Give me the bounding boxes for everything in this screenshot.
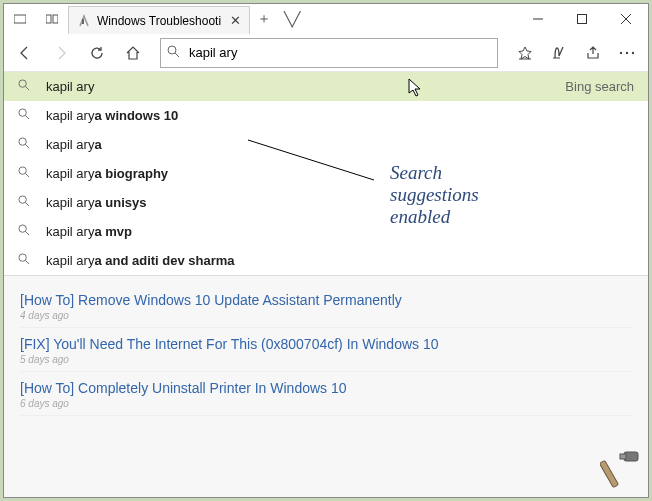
post-item[interactable]: [How To] Remove Windows 10 Update Assist… <box>20 284 632 328</box>
post-age: 4 days ago <box>20 310 632 321</box>
svg-point-14 <box>632 51 634 53</box>
search-input[interactable] <box>189 45 491 60</box>
toolbar <box>4 34 648 72</box>
suggestion-text: kapil arya biography <box>46 166 634 181</box>
suggestion-row[interactable]: kapil arya mvp <box>4 217 648 246</box>
suggestion-text: kapil arya unisys <box>46 195 634 210</box>
new-tab-button[interactable]: ＋ <box>250 10 278 28</box>
tab-strip: Windows Troubleshooti ✕ ＋ ╲╱ <box>4 4 516 34</box>
tab-chevron-icon[interactable]: ╲╱ <box>278 11 306 27</box>
suggestion-text: kapil arya <box>46 137 634 152</box>
tab-preview-icon[interactable] <box>4 4 36 34</box>
svg-line-18 <box>25 115 29 119</box>
search-icon <box>18 166 36 181</box>
bing-search-label[interactable]: Bing search <box>565 79 634 94</box>
svg-line-16 <box>25 86 29 90</box>
tab-title: Windows Troubleshooti <box>97 14 221 28</box>
watermark-hammer-icon <box>600 448 644 495</box>
post-title[interactable]: [How To] Remove Windows 10 Update Assist… <box>20 290 632 310</box>
post-item[interactable]: [How To] Completely Uninstall Printer In… <box>20 372 632 416</box>
suggestion-row[interactable]: kapil arya <box>4 130 648 159</box>
suggestion-row[interactable]: kapil ary Bing search <box>4 72 648 101</box>
svg-line-9 <box>175 53 179 57</box>
reading-list-button[interactable] <box>542 36 576 70</box>
svg-line-24 <box>25 202 29 206</box>
share-button[interactable] <box>576 36 610 70</box>
suggestion-row[interactable]: kapil arya unisys <box>4 188 648 217</box>
suggestion-text: kapil arya and aditi dev sharma <box>46 253 634 268</box>
svg-point-19 <box>19 138 26 145</box>
window-controls <box>516 4 648 34</box>
close-button[interactable] <box>604 4 648 34</box>
minimize-button[interactable] <box>516 4 560 34</box>
svg-rect-0 <box>14 15 26 23</box>
svg-line-28 <box>25 260 29 264</box>
suggestion-row[interactable]: kapil arya windows 10 <box>4 101 648 130</box>
svg-point-25 <box>19 225 26 232</box>
suggestion-text: kapil ary <box>46 79 565 94</box>
post-age: 5 days ago <box>20 354 632 365</box>
back-button[interactable] <box>8 36 42 70</box>
tabs-aside-icon[interactable] <box>36 4 68 34</box>
suggestion-row[interactable]: kapil arya and aditi dev sharma <box>4 246 648 275</box>
suggestions-panel: kapil ary Bing search kapil arya windows… <box>4 72 648 276</box>
tab-close-icon[interactable]: ✕ <box>227 13 243 28</box>
address-bar[interactable] <box>160 38 498 68</box>
browser-tab[interactable]: Windows Troubleshooti ✕ <box>68 6 250 34</box>
suggestion-row[interactable]: kapil arya biography <box>4 159 648 188</box>
svg-point-27 <box>19 254 26 261</box>
svg-line-20 <box>25 144 29 148</box>
svg-rect-2 <box>53 15 58 23</box>
maximize-button[interactable] <box>560 4 604 34</box>
svg-point-17 <box>19 109 26 116</box>
post-title[interactable]: [How To] Completely Uninstall Printer In… <box>20 378 632 398</box>
search-icon <box>167 45 183 61</box>
svg-point-13 <box>626 51 628 53</box>
post-title[interactable]: [FIX] You'll Need The Internet For This … <box>20 334 632 354</box>
post-item[interactable]: [FIX] You'll Need The Internet For This … <box>20 328 632 372</box>
suggestion-text: kapil arya mvp <box>46 224 634 239</box>
search-icon <box>18 108 36 123</box>
page-content: [How To] Remove Windows 10 Update Assist… <box>4 276 648 497</box>
svg-point-12 <box>620 51 622 53</box>
refresh-button[interactable] <box>80 36 114 70</box>
favorites-button[interactable] <box>508 36 542 70</box>
annotation-text: Search suggestions enabled <box>390 162 479 228</box>
svg-rect-1 <box>46 15 51 23</box>
forward-button[interactable] <box>44 36 78 70</box>
titlebar: Windows Troubleshooti ✕ ＋ ╲╱ <box>4 4 648 34</box>
svg-rect-31 <box>620 454 626 459</box>
search-icon <box>18 79 36 94</box>
search-icon <box>18 137 36 152</box>
favicon-icon <box>77 14 91 28</box>
svg-rect-32 <box>600 460 619 487</box>
svg-line-22 <box>25 173 29 177</box>
svg-point-15 <box>19 80 26 87</box>
svg-point-21 <box>19 167 26 174</box>
home-button[interactable] <box>116 36 150 70</box>
more-button[interactable] <box>610 36 644 70</box>
post-age: 6 days ago <box>20 398 632 409</box>
svg-line-26 <box>25 231 29 235</box>
suggestion-text: kapil arya windows 10 <box>46 108 634 123</box>
svg-rect-3 <box>82 19 84 24</box>
browser-window: Windows Troubleshooti ✕ ＋ ╲╱ <box>3 3 649 498</box>
search-icon <box>18 224 36 239</box>
search-icon <box>18 195 36 210</box>
svg-rect-5 <box>578 15 587 24</box>
svg-point-8 <box>168 46 176 54</box>
search-icon <box>18 253 36 268</box>
svg-point-23 <box>19 196 26 203</box>
